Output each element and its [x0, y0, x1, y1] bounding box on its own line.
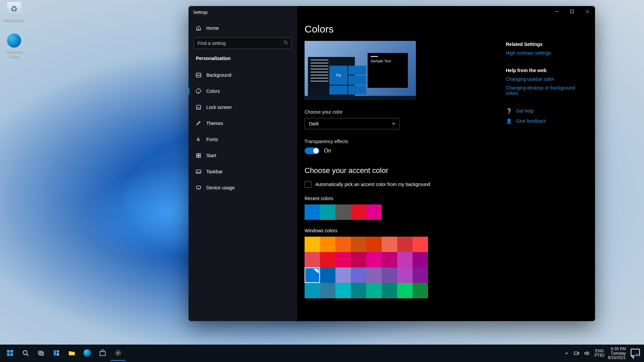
search-box[interactable] [194, 38, 292, 49]
link-give-feedback[interactable]: Give feedback [516, 118, 546, 124]
windows-color-swatch[interactable] [305, 237, 320, 252]
windows-color-swatch[interactable] [366, 237, 382, 252]
windows-color-swatch[interactable] [397, 267, 413, 283]
auto-accent-checkbox[interactable] [305, 181, 311, 188]
page-title: Colors [305, 23, 595, 35]
windows-color-swatch[interactable] [351, 283, 366, 298]
windows-color-swatch[interactable] [335, 283, 351, 298]
nav-item-fonts[interactable]: Fonts [189, 131, 297, 147]
recent-color-swatch[interactable] [320, 204, 335, 220]
meet-now-icon[interactable] [574, 351, 579, 356]
settings-sidebar: Settings Home Personalization Background [189, 6, 297, 321]
link-get-help[interactable]: Get help [516, 108, 534, 114]
recent-color-swatch[interactable] [335, 204, 351, 220]
windows-color-swatch[interactable] [382, 252, 397, 267]
choose-color-label: Choose your color [305, 109, 492, 115]
nav-item-start[interactable]: Start [189, 147, 297, 164]
main-column: Aa Sample Text Choose your color Dark [305, 41, 492, 298]
windows-color-swatch[interactable] [413, 252, 428, 267]
windows-color-swatch[interactable] [305, 267, 320, 283]
link-desktop-colors[interactable]: Changing desktop or background colors [506, 85, 586, 96]
desktop-icon-recycle-bin[interactable]: Recycle Bin [1, 2, 27, 22]
windows-color-swatch[interactable] [397, 237, 413, 252]
windows-color-swatch[interactable] [320, 237, 335, 252]
preview-window-right: Sample Text [368, 53, 408, 88]
windows-color-swatch[interactable] [382, 267, 397, 283]
windows-color-swatch[interactable] [305, 252, 320, 267]
file-explorer-button[interactable] [64, 346, 79, 361]
transparency-label: Transparency effects [305, 139, 492, 144]
svg-rect-7 [196, 170, 201, 173]
windows-color-swatch[interactable] [397, 283, 413, 298]
windows-color-swatch[interactable] [413, 283, 428, 298]
search-button[interactable] [18, 346, 33, 361]
edge-button[interactable] [80, 346, 95, 361]
windows-color-swatch[interactable] [382, 237, 397, 252]
nav-item-device-usage[interactable]: Device usage [189, 180, 297, 196]
recent-color-swatch[interactable] [305, 204, 320, 220]
choose-color-dropdown[interactable]: Dark [305, 118, 400, 129]
windows-color-swatch[interactable] [366, 283, 382, 298]
recent-colors-label: Recent colors [305, 196, 492, 201]
store-button[interactable] [95, 346, 110, 361]
preview-taskbar [305, 96, 416, 100]
clock[interactable]: 6:35 PM Tuesday 6/15/2021 [608, 347, 626, 360]
desktop-icon-edge[interactable]: Microsoft Edge [1, 34, 27, 58]
edge-icon [7, 34, 21, 48]
windows-color-swatch[interactable] [366, 252, 382, 267]
side-column: Related Settings High contrast settings … [506, 41, 595, 298]
windows-color-swatch[interactable] [366, 267, 382, 283]
nav-item-taskbar[interactable]: Taskbar [189, 164, 297, 180]
nav-item-themes[interactable]: Themes [189, 115, 297, 131]
recent-color-swatch[interactable] [351, 204, 366, 220]
widgets-button[interactable] [49, 346, 64, 361]
windows-color-swatch[interactable] [335, 252, 351, 267]
volume-icon[interactable] [584, 351, 589, 356]
nav-item-lockscreen[interactable]: Lock screen [189, 99, 297, 115]
task-view-button[interactable] [34, 346, 48, 361]
language-indicator[interactable]: ENG PTB2 [595, 349, 605, 358]
link-taskbar-color[interactable]: Changing taskbar color [506, 76, 586, 82]
notifications-button[interactable]: 4 [629, 347, 641, 359]
tray-overflow-icon[interactable] [564, 351, 569, 356]
nav-label: Colors [206, 88, 220, 94]
transparency-row: On [305, 147, 492, 154]
windows-color-swatch[interactable] [413, 267, 428, 283]
nav-label: Lock screen [206, 105, 231, 110]
svg-rect-19 [57, 353, 59, 356]
svg-rect-22 [574, 352, 578, 355]
search-wrap [189, 36, 297, 52]
windows-color-swatch[interactable] [413, 237, 428, 252]
nav-item-background[interactable]: Background [189, 67, 297, 83]
windows-color-swatch[interactable] [320, 252, 335, 267]
windows-color-swatch[interactable] [397, 252, 413, 267]
auto-accent-label: Automatically pick an accent color from … [315, 182, 430, 187]
windows-colors-grid [305, 237, 428, 298]
search-icon [283, 40, 288, 46]
windows-color-swatch[interactable] [335, 237, 351, 252]
link-high-contrast[interactable]: High contrast settings [506, 50, 586, 56]
search-input[interactable] [198, 41, 281, 46]
picture-icon [196, 72, 201, 78]
transparency-toggle[interactable] [305, 147, 319, 154]
windows-color-swatch[interactable] [351, 252, 366, 267]
nav-home[interactable]: Home [189, 20, 297, 36]
windows-color-swatch[interactable] [351, 267, 366, 283]
nav-item-colors[interactable]: Colors [189, 83, 297, 99]
settings-button[interactable] [111, 346, 125, 361]
windows-color-swatch[interactable] [351, 237, 366, 252]
auto-accent-row: Automatically pick an accent color from … [305, 181, 492, 188]
recent-color-swatch[interactable] [366, 204, 382, 220]
system-tray [562, 351, 591, 356]
windows-color-swatch[interactable] [382, 283, 397, 298]
brush-icon [196, 121, 201, 126]
windows-color-swatch[interactable] [305, 283, 320, 298]
help-web-heading: Help from the web [506, 68, 586, 73]
windows-color-swatch[interactable] [320, 283, 335, 298]
accent-color-heading: Choose your accent color [305, 166, 492, 175]
windows-color-swatch[interactable] [320, 267, 335, 283]
start-button[interactable] [3, 346, 17, 361]
svg-rect-3 [197, 154, 198, 155]
windows-color-swatch[interactable] [335, 267, 351, 283]
toggle-state: On [324, 148, 331, 154]
